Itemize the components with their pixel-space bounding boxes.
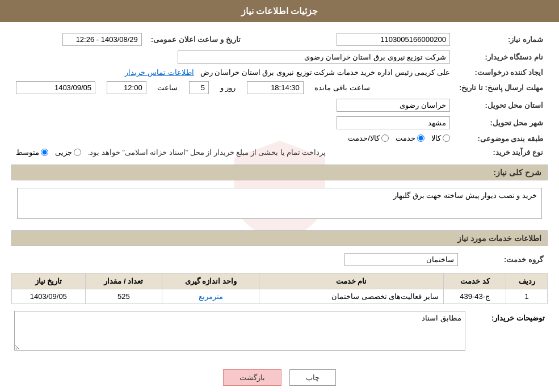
creator-contact-link[interactable]: اطلاعات تماس خریدار (125, 68, 194, 77)
radio-motavaset[interactable]: متوسط (16, 148, 48, 157)
radio-khedmat-input[interactable] (417, 134, 424, 142)
service-group-table: گروه خدمت: (11, 251, 548, 268)
buyer-desc-label: توضیحات خریدار: (471, 311, 545, 322)
radio-kala-input[interactable] (443, 134, 450, 142)
province-input (337, 99, 450, 112)
procurement-row: پرداخت تمام یا بخشی از مبلغ خریدار از مح… (11, 146, 455, 159)
radio-kala-khedmat-label: کالا/خدمت (348, 134, 380, 142)
need-number-input (337, 33, 450, 46)
description-text: خرید و نصب دیوار پیش ساخته جهت برق گلبها… (393, 191, 537, 200)
procurement-desc: پرداخت تمام یا بخشی از مبلغ خریدار از مح… (88, 148, 326, 157)
page-title: جزئیات اطلاعات نیاز (241, 6, 318, 16)
procurement-label: نوع فرآیند خرید: (455, 146, 548, 159)
unit-link[interactable]: مترمربع (199, 292, 223, 301)
buyer-org-input (178, 50, 450, 64)
remaining-time-input (247, 81, 304, 94)
province-label: استان محل تحویل: (455, 96, 548, 114)
service-group-input (344, 253, 458, 266)
service-group-label: گروه خدمت: (463, 251, 548, 268)
footer-buttons: چاپ بازگشت (0, 361, 559, 392)
cell-date: 1403/09/05 (12, 289, 86, 304)
col-service-code: کد خدمت (444, 273, 506, 289)
category-label: طبقه بندی موضوعی: (455, 132, 548, 146)
buyer-org-label: نام دستگاه خریدار: (455, 48, 548, 66)
cell-quantity: 525 (85, 289, 162, 304)
radio-kala-label: کالا (431, 134, 441, 142)
radio-kala[interactable]: کالا (431, 134, 450, 142)
col-quantity: تعداد / مقدار (85, 273, 162, 289)
cell-service-code: ج-43-439 (444, 289, 506, 304)
radio-khedmat-label: خدمت (396, 134, 415, 142)
buyer-desc-content: مطابق اسناد (14, 311, 465, 352)
announce-date-label: تاریخ و ساعت اعلان عمومی: (146, 31, 245, 48)
basic-info-table: شماره نیاز: تاریخ و ساعت اعلان عمومی: نا… (11, 31, 548, 159)
radio-jozi-input[interactable] (74, 149, 81, 156)
category-radios: کالا خدمت کالا/خدمت (11, 132, 455, 146)
description-box: خرید و نصب دیوار پیش ساخته جهت برق گلبها… (17, 188, 542, 219)
cell-row-num: 1 (506, 289, 548, 304)
description-area: خرید و نصب دیوار پیش ساخته جهت برق گلبها… (11, 185, 548, 225)
buyer-desc-section: توضیحات خریدار: مطابق اسناد (11, 311, 548, 352)
radio-motavaset-label: متوسط (16, 148, 39, 157)
announce-date-value (11, 31, 146, 48)
creator-value: علی کریمی رئیس اداره خرید خدمات شرکت توز… (11, 66, 455, 79)
radio-kala-khedmat[interactable]: کالا/خدمت (348, 134, 389, 142)
deadline-row: ساعت باقی مانده روز و ساعت (11, 79, 455, 96)
services-title-text: اطلاعات خدمات مورد نیاز (457, 234, 541, 243)
deadline-time-input (107, 81, 146, 94)
days-input (189, 81, 209, 94)
table-header-row: ردیف کد خدمت نام خدمت واحد اندازه گیری ت… (12, 273, 548, 289)
col-date: تاریخ نیاز (12, 273, 86, 289)
table-row: 1 ج-43-439 سایر فعالیت‌های تخصصی ساختمان… (12, 289, 548, 304)
announce-date-input (62, 33, 142, 46)
col-row-num: ردیف (506, 273, 548, 289)
need-number-value (268, 31, 455, 48)
page-container: جزئیات اطلاعات نیاز AT شماره نیاز: تاریخ… (0, 0, 559, 392)
time-label: ساعت (157, 83, 178, 92)
page-header: جزئیات اطلاعات نیاز (0, 0, 559, 22)
city-label: شهر محل تحویل: (455, 114, 548, 132)
service-group-value (11, 251, 463, 268)
city-input (337, 116, 450, 129)
creator-text: علی کریمی رئیس اداره خرید خدمات شرکت توز… (200, 68, 450, 77)
creator-label: ایجاد کننده درخواست: (455, 66, 548, 79)
cell-unit: مترمربع (162, 289, 259, 304)
day-label: روز و (220, 83, 236, 92)
main-content: AT شماره نیاز: تاریخ و ساعت اعلان عمومی: (0, 22, 559, 361)
radio-motavaset-input[interactable] (41, 149, 48, 156)
buyer-desc-textarea[interactable]: مطابق اسناد (14, 311, 465, 351)
fields-area: شماره نیاز: تاریخ و ساعت اعلان عمومی: نا… (11, 31, 548, 352)
radio-jozi-label: جزیی (55, 148, 72, 157)
print-button[interactable]: چاپ (289, 369, 336, 386)
description-title-text: شرح کلی نیاز: (494, 168, 541, 177)
buyer-org-value (11, 48, 455, 66)
col-unit: واحد اندازه گیری (162, 273, 259, 289)
radio-khedmat[interactable]: خدمت (396, 134, 424, 142)
deadline-label: مهلت ارسال پاسخ: تا تاریخ: (455, 79, 548, 96)
remaining-label: ساعت باقی مانده (314, 83, 369, 92)
col-service-name: نام خدمت (259, 273, 444, 289)
cell-service-name: سایر فعالیت‌های تخصصی ساختمان (259, 289, 444, 304)
back-button[interactable]: بازگشت (223, 369, 281, 386)
province-value (11, 96, 455, 114)
deadline-date-input (16, 81, 95, 94)
city-value (11, 114, 455, 132)
services-section-title: اطلاعات خدمات مورد نیاز (11, 230, 548, 246)
radio-jozi[interactable]: جزیی (55, 148, 81, 157)
services-table: ردیف کد خدمت نام خدمت واحد اندازه گیری ت… (11, 273, 548, 304)
need-number-label: شماره نیاز: (455, 31, 548, 48)
description-section-title: شرح کلی نیاز: (11, 165, 548, 180)
radio-kala-khedmat-input[interactable] (381, 134, 389, 142)
